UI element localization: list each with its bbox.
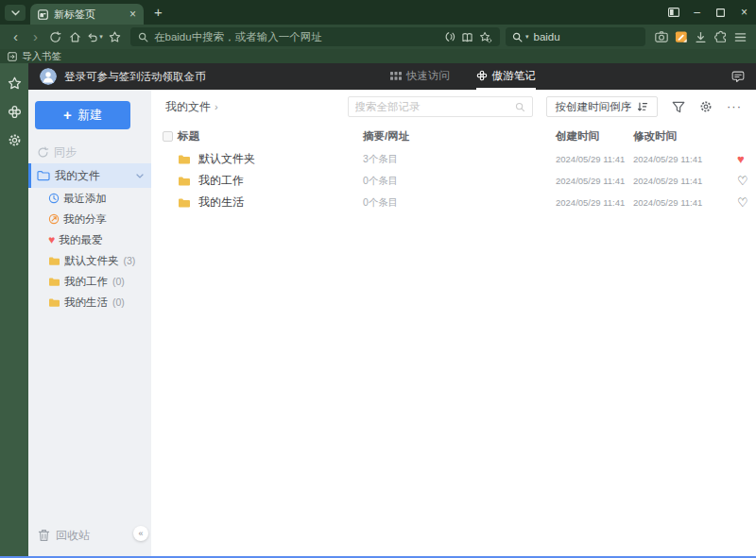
search-icon (515, 102, 525, 112)
folder-icon (178, 154, 191, 165)
close-window-button[interactable]: × (732, 0, 756, 25)
search-icon (512, 32, 523, 42)
new-tab-button[interactable]: + (154, 3, 163, 22)
forward-button[interactable]: › (26, 27, 45, 47)
row-title[interactable]: 我的工作 (198, 173, 244, 189)
folder-icon (48, 256, 60, 266)
view-settings-gear-button[interactable] (699, 100, 713, 113)
row-title[interactable]: 我的生活 (198, 194, 244, 211)
login-banner[interactable]: 登录可参与签到活动领取金币 (64, 70, 206, 84)
clock-icon (48, 193, 60, 204)
home-button[interactable] (65, 27, 85, 47)
folder-icon (48, 277, 60, 287)
table-row[interactable]: 我的工作 0个条目 2024/05/29 11:41 2024/05/29 11… (151, 170, 756, 192)
back-button[interactable]: ‹ (6, 27, 26, 47)
quick-search-box[interactable]: ▾ baidu (506, 27, 645, 46)
search-icon (138, 32, 148, 42)
sort-icon (637, 101, 648, 112)
bookmark-gear-icon[interactable] (479, 31, 492, 43)
avatar[interactable] (40, 68, 57, 85)
undo-button[interactable]: ▾ (85, 27, 105, 47)
recycle-bin-label: 回收站 (56, 528, 90, 544)
select-all-checkbox[interactable] (163, 131, 173, 142)
notes-search-input[interactable] (355, 101, 515, 112)
tab-list-button[interactable] (5, 5, 26, 21)
sidebar-item-recent[interactable]: 最近添加 (28, 188, 151, 209)
import-bookmarks-label[interactable]: 导入书签 (22, 50, 61, 63)
search-engine-name: baidu (534, 31, 560, 42)
row-summary: 0个条目 (363, 196, 556, 210)
settings-gear-icon[interactable] (7, 132, 22, 147)
screenshot-camera-button[interactable] (651, 27, 671, 47)
read-aloud-icon[interactable] (443, 31, 455, 42)
download-button[interactable] (691, 27, 711, 47)
feedback-bubble-icon[interactable] (731, 71, 745, 83)
row-title[interactable]: 默认文件夹 (198, 151, 255, 167)
favorite-toggle[interactable]: ♡ (737, 196, 751, 209)
favorites-star-icon[interactable] (7, 76, 22, 91)
table-row[interactable]: 默认文件夹 3个条目 2024/05/29 11:41 2024/05/29 1… (151, 148, 756, 170)
undo-dropdown-caret[interactable]: ▾ (99, 33, 103, 41)
tab-maxnote[interactable]: 傲游笔记 (476, 63, 536, 90)
breadcrumb[interactable]: 我的文件 › (165, 99, 218, 115)
tab-quick-access[interactable]: 快速访问 (390, 63, 450, 90)
tab-close-icon[interactable]: × (129, 8, 136, 21)
folder-icon (178, 176, 191, 187)
new-note-button[interactable]: + 新建 (35, 101, 130, 129)
favorite-toggle[interactable]: ♥ (737, 153, 747, 165)
refresh-button[interactable] (45, 27, 65, 47)
share-icon (48, 213, 60, 225)
search-engine-caret[interactable]: ▾ (525, 33, 529, 41)
toolbar: ‹ › ▾ 在baidu中搜索，或者输入一个网 (0, 25, 756, 49)
sidebar-item-my-files[interactable]: 我的文件 (28, 163, 151, 188)
more-options-button[interactable]: ··· (727, 102, 742, 111)
row-created: 2024/05/29 11:41 (556, 176, 633, 186)
row-summary: 0个条目 (363, 175, 556, 188)
reading-mode-icon[interactable] (461, 32, 473, 42)
note-collector-button[interactable] (671, 27, 691, 47)
sidebar-item-label: 默认文件夹 (64, 254, 119, 268)
sidebar-item-shares[interactable]: 我的分享 (28, 209, 151, 229)
tab-title: 新标签页 (54, 8, 124, 22)
chevron-down-icon[interactable] (136, 174, 144, 178)
column-title[interactable]: 标题 (178, 129, 363, 144)
table-header: 标题 摘要/网址 创建时间 修改时间 (151, 124, 756, 148)
maxthon-logo-icon (38, 9, 48, 20)
folder-icon (178, 197, 191, 209)
maximize-button[interactable] (709, 0, 732, 25)
window-controls: – × (662, 0, 756, 25)
heart-icon: ♥ (48, 234, 55, 245)
row-created: 2024/05/29 11:41 (556, 154, 633, 164)
sidebar-item-favorites[interactable]: ♥ 我的最爱 (28, 229, 151, 250)
titlebar: 新标签页 × + – × (0, 0, 756, 25)
new-note-label: 新建 (77, 107, 102, 124)
column-created[interactable]: 创建时间 (556, 129, 633, 144)
column-modified[interactable]: 修改时间 (633, 129, 737, 144)
sidebar-item-sync[interactable]: 同步 (28, 141, 151, 163)
favorite-star-button[interactable] (105, 27, 125, 47)
sidebar-item-life-folder[interactable]: 我的生活 (0) (28, 292, 151, 313)
sidebar-item-work-folder[interactable]: 我的工作 (0) (28, 271, 151, 292)
main-controls: 我的文件 › 按创建时间倒序 (151, 90, 756, 124)
row-modified: 2024/05/29 11:41 (633, 154, 737, 164)
sort-order-button[interactable]: 按创建时间倒序 (546, 96, 659, 117)
table-row[interactable]: 我的生活 0个条目 2024/05/29 11:41 2024/05/29 11… (151, 192, 756, 213)
address-bar[interactable]: 在baidu中搜索，或者输入一个网址 (130, 27, 500, 46)
side-panel-button[interactable] (662, 0, 685, 25)
extensions-puzzle-button[interactable] (711, 27, 730, 47)
collapse-sidebar-button[interactable]: « (133, 526, 148, 541)
maxnote-clover-icon[interactable] (7, 104, 22, 119)
address-placeholder: 在baidu中搜索，或者输入一个网址 (154, 30, 438, 44)
folder-blue-icon (37, 170, 50, 181)
sync-icon (37, 146, 49, 159)
notes-search-box[interactable] (348, 96, 533, 117)
column-summary[interactable]: 摘要/网址 (363, 129, 556, 144)
menu-button[interactable] (730, 27, 750, 47)
favorite-toggle[interactable]: ♡ (737, 175, 751, 187)
browser-tab[interactable]: 新标签页 × (30, 4, 144, 25)
folder-icon (48, 297, 60, 308)
sidebar-item-default-folder[interactable]: 默认文件夹 (3) (28, 250, 151, 271)
recycle-bin-item[interactable]: 回收站 (28, 524, 90, 547)
minimize-button[interactable]: – (685, 0, 709, 25)
filter-funnel-button[interactable] (672, 101, 685, 113)
